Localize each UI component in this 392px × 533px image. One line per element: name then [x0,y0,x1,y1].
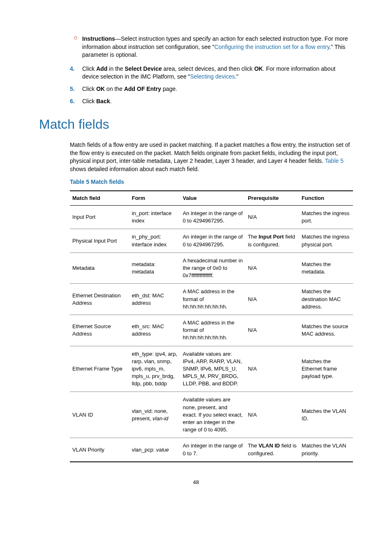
cell-form: eth_dst: MAC address [129,284,180,315]
table-caption: Table 5 Match fields [70,178,353,186]
table-row: VLAN Priorityvlan_pcp: valueAn integer i… [70,438,353,462]
cell-match-field: Ethernet Frame Type [70,346,129,392]
cell-value: Available values are: IPv4, ARP, RARP, V… [180,346,245,392]
cell-function: Matches the ingress port. [299,206,353,229]
step-number: 4. [70,65,75,73]
cell-function: Matches the Ethernet frame payload type. [299,346,353,392]
table-row: Physical Input Portin_phy_port: interfac… [70,229,353,253]
cell-match-field: VLAN Priority [70,438,129,462]
cell-prerequisite: The Input Port field is configured. [245,229,299,253]
header-form: Form [129,191,180,206]
step-6: 6. Click Back. [82,97,353,106]
cell-value: A hexadecimal number in the range of 0x0… [180,253,245,284]
cell-form: in_port: interface index [129,206,180,229]
cell-prerequisite: N/A [245,315,299,346]
cell-match-field: Ethernet Destination Address [70,284,129,315]
cell-value: A MAC address in the format of hh:hh:hh:… [180,315,245,346]
table-row: Ethernet Source Addresseth_src: MAC addr… [70,315,353,346]
cell-match-field: VLAN ID [70,392,129,438]
page-number: 48 [39,479,353,486]
table-row: Ethernet Destination Addresseth_dst: MAC… [70,284,353,315]
circle-bullet-icon [74,36,77,39]
cell-prerequisite: N/A [245,392,299,438]
table-row: Ethernet Frame Typeeth_type: ipv4, arp, … [70,346,353,392]
cell-prerequisite: N/A [245,253,299,284]
cell-value: An integer in the range of 0 to 7. [180,438,245,462]
cell-match-field: Input Port [70,206,129,229]
header-function: Function [299,191,353,206]
cell-match-field: Metadata [70,253,129,284]
cell-function: Matches the metadata. [299,253,353,284]
table-header-row: Match field Form Value Prerequisite Func… [70,191,353,206]
link-configuring-instruction-set[interactable]: Configuring the instruction set for a fl… [214,44,330,50]
table-row: Input Portin_port: interface indexAn int… [70,206,353,229]
header-value: Value [180,191,245,206]
cell-function: Matches the destination MAC address. [299,284,353,315]
match-fields-table: Match field Form Value Prerequisite Func… [70,190,353,462]
header-match-field: Match field [70,191,129,206]
cell-form: vlan_pcp: value [129,438,180,462]
link-table-5[interactable]: Table 5 [325,158,344,164]
link-selecting-devices[interactable]: Selecting devices [190,73,235,80]
cell-form: in_phy_port: interface index [129,229,180,253]
cell-form: metadata: metadata [129,253,180,284]
bullet-label: Instructions [82,35,115,42]
cell-form: eth_src: MAC address [129,315,180,346]
intro-paragraph: Match fields of a flow entry are used in… [70,141,353,173]
cell-function: Matches the source MAC address. [299,315,353,346]
sub-bullet-instructions: Instructions—Select instruction types an… [82,35,353,59]
cell-match-field: Physical Input Port [70,229,129,253]
cell-form: eth_type: ipv4, arp, rarp, vlan, snmp, i… [129,346,180,392]
cell-value: An integer in the range of 0 to 42949672… [180,206,245,229]
header-prerequisite: Prerequisite [245,191,299,206]
step-number: 5. [70,85,75,93]
cell-form: vlan_vid: none, present, vlan-id [129,392,180,438]
cell-value: Available values are none, present, and … [180,392,245,438]
cell-match-field: Ethernet Source Address [70,315,129,346]
section-heading-match-fields: Match fields [39,115,353,134]
cell-prerequisite: The VLAN ID field is configured. [245,438,299,462]
table-row: Metadatametadata: metadataA hexadecimal … [70,253,353,284]
cell-value: A MAC address in the format of hh:hh:hh:… [180,284,245,315]
cell-function: Matches the VLAN ID. [299,392,353,438]
cell-prerequisite: N/A [245,206,299,229]
step-number: 6. [70,97,75,106]
table-row: VLAN IDvlan_vid: none, present, vlan-idA… [70,392,353,438]
cell-value: An integer in the range of 0 to 42949672… [180,229,245,253]
step-5: 5. Click OK on the Add OF Entry page. [82,85,353,93]
cell-prerequisite: N/A [245,346,299,392]
cell-function: Matches the VLAN priority. [299,438,353,462]
cell-function: Matches the ingress physical port. [299,229,353,253]
step-4: 4. Click Add in the Select Device area, … [82,65,353,81]
cell-prerequisite: N/A [245,284,299,315]
